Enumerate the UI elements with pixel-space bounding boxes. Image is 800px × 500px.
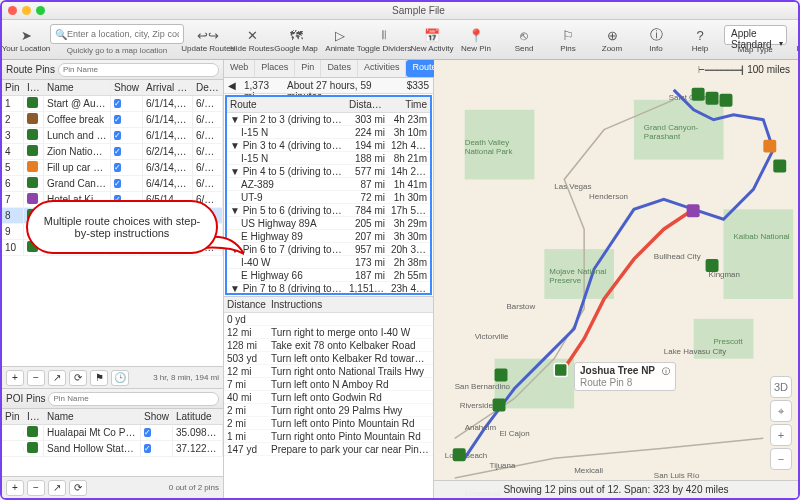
your-location-button[interactable]: ➤Your Location <box>6 24 46 55</box>
location-search-input[interactable] <box>67 29 179 39</box>
svg-text:Grand Canyon-: Grand Canyon- <box>644 123 699 132</box>
tab-web[interactable]: Web <box>224 60 255 77</box>
google-map-button[interactable]: 🗺Google Map <box>276 24 316 55</box>
new-activity-button[interactable]: 📅New Activity <box>412 24 452 55</box>
route-pin-row[interactable]: 2Coffee break✓6/1/14, …6/1… <box>2 112 223 128</box>
flag-button[interactable]: ⚑ <box>90 370 108 386</box>
direction-row[interactable]: 503 ydTurn left onto Kelbaker Rd toward … <box>224 352 433 365</box>
tab-activities[interactable]: Activities <box>358 60 407 77</box>
direction-row[interactable]: 128 miTake exit 78 onto Kelbaker Road <box>224 339 433 352</box>
svg-text:Barstow: Barstow <box>507 302 536 311</box>
route-pin-row[interactable]: 1Start @ Aunt Mary's…✓6/1/14, …6/1… <box>2 96 223 112</box>
svg-text:Kaibab National: Kaibab National <box>733 232 789 241</box>
poi-pin-row[interactable]: Hualapai Mt Co Park✓35.098… <box>2 425 223 441</box>
poi-pin-row[interactable]: Sand Hollow State Park - …✓37.1226… <box>2 441 223 457</box>
svg-text:Tijuana: Tijuana <box>490 461 516 470</box>
window-title: Sample File <box>45 5 792 16</box>
annotation-callout: Multiple route choices with step-by-step… <box>26 200 218 254</box>
animate-button[interactable]: ▷Animate <box>320 24 360 55</box>
map-controls: 3D ⌖ + − <box>770 376 792 470</box>
direction-row[interactable]: 2 miTurn right onto 29 Palms Hwy <box>224 404 433 417</box>
new-pin-button[interactable]: 📍New Pin <box>456 24 496 55</box>
route-pins-search[interactable] <box>58 63 219 77</box>
direction-row[interactable]: 7 miTurn left onto N Amboy Rd <box>224 378 433 391</box>
route-pin-row[interactable]: 5Fill up car with fuel;…✓6/3/14, …6/3… <box>2 160 223 176</box>
itinerary-button[interactable]: 📋Itinerary <box>791 24 800 55</box>
map-panel[interactable]: Las Vegas Henderson Saint George Victorv… <box>434 60 798 498</box>
toolbar: ➤Your Location 🔍 Quickly go to a map loc… <box>2 20 798 60</box>
map-zoom-out-button[interactable]: − <box>770 448 792 470</box>
info-button[interactable]: ⓘInfo <box>636 24 676 55</box>
columns-icon: ⫴ <box>374 26 394 44</box>
poi-pins-search[interactable] <box>48 392 219 406</box>
map-zoom-in-button[interactable]: + <box>770 424 792 446</box>
svg-text:Riverside: Riverside <box>460 401 494 410</box>
remove-poi-button[interactable]: − <box>27 480 45 496</box>
send-button[interactable]: ⎋Send <box>504 24 544 55</box>
update-routes-button[interactable]: ↩↪Update Routes <box>188 24 228 55</box>
directions-table[interactable]: 0 yd12 miTurn right to merge onto I-40 W… <box>224 313 433 456</box>
help-button[interactable]: ?Help <box>680 24 720 55</box>
route-pins-status: 3 hr, 8 min, 194 mi <box>132 373 219 382</box>
direction-row[interactable]: 1 miTurn right onto Pinto Mountain Rd <box>224 430 433 443</box>
svg-rect-37 <box>706 259 719 272</box>
poi-pins-table[interactable]: Hualapai Mt Co Park✓35.098…Sand Hollow S… <box>2 425 223 476</box>
direction-row[interactable]: 147 ydPrepare to park your car near Pint… <box>224 443 433 456</box>
svg-rect-4 <box>724 209 794 299</box>
direction-row[interactable]: 12 miTurn right to merge onto I-40 W <box>224 326 433 339</box>
poi-refresh-button[interactable]: ⟳ <box>69 480 87 496</box>
svg-text:San Luis Río: San Luis Río <box>654 471 700 480</box>
play-icon: ▷ <box>330 26 350 44</box>
window-controls[interactable] <box>8 6 45 15</box>
map-type-select[interactable]: Apple Standard <box>724 25 787 45</box>
poi-route-button[interactable]: ↗ <box>48 480 66 496</box>
route-pins-header: Route Pins <box>2 60 223 80</box>
routes-tabs[interactable]: WebPlacesPinDatesActivitiesRoutes <box>224 60 433 78</box>
direction-row[interactable]: 2 miTurn left onto Pinto Mountain Rd <box>224 417 433 430</box>
zoom-button[interactable]: ⊕Zoom <box>592 24 632 55</box>
add-pin-button[interactable]: + <box>6 370 24 386</box>
svg-rect-38 <box>554 364 567 377</box>
routes-table[interactable]: ▼ Pin 2 to 3 (driving to Lunch and some … <box>227 113 430 295</box>
map-3d-button[interactable]: 3D <box>770 376 792 398</box>
svg-text:Lake Havasu City: Lake Havasu City <box>664 347 726 356</box>
loop-icon: ↩↪ <box>198 26 218 44</box>
tab-dates[interactable]: Dates <box>321 60 358 77</box>
map-locate-button[interactable]: ⌖ <box>770 400 792 422</box>
pins-button[interactable]: ⚐Pins <box>548 24 588 55</box>
route-pin-row[interactable]: 4Zion National Park✓6/2/14, …6/3… <box>2 144 223 160</box>
hide-routes-button[interactable]: ✕Hide Routes <box>232 24 272 55</box>
selected-pin-label[interactable]: Joshua Tree NP ⓘRoute Pin 8 <box>574 362 676 391</box>
left-sidebar: Route Pins PinIconNameShowArrival Da…De…… <box>2 60 224 498</box>
svg-text:Las Vegas: Las Vegas <box>554 182 591 191</box>
svg-text:El Cajon: El Cajon <box>500 429 530 438</box>
direction-row[interactable]: 12 miTurn right onto National Trails Hwy <box>224 365 433 378</box>
clock-button[interactable]: 🕒 <box>111 370 129 386</box>
toggle-dividers-button[interactable]: ⫴Toggle Dividers <box>364 24 404 55</box>
location-search[interactable]: 🔍 <box>50 24 184 44</box>
svg-rect-36 <box>687 204 700 217</box>
refresh-pin-button[interactable]: ⟳ <box>69 370 87 386</box>
svg-rect-40 <box>453 448 466 461</box>
route-pin-row[interactable]: 6Grand Canyon!✓6/4/14, …6/5… <box>2 176 223 192</box>
route-row[interactable]: ▼ Pin 7 to 8 (driving to Joshua Tree NP)… <box>227 282 430 295</box>
add-poi-button[interactable]: + <box>6 480 24 496</box>
svg-text:Parashant: Parashant <box>644 132 681 141</box>
info-icon: ⓘ <box>646 26 666 44</box>
zoom-icon: ⊕ <box>602 26 622 44</box>
calendar-icon: 📅 <box>422 26 442 44</box>
tab-pin[interactable]: Pin <box>295 60 321 77</box>
x-icon: ✕ <box>242 26 262 44</box>
svg-text:Anaheim: Anaheim <box>465 423 497 432</box>
remove-pin-button[interactable]: − <box>27 370 45 386</box>
svg-text:Bullhead City: Bullhead City <box>654 252 701 261</box>
map-scale: ⊢━━━━━━━┫ 100 miles <box>698 64 790 75</box>
help-icon: ? <box>690 26 710 44</box>
svg-rect-39 <box>493 398 506 411</box>
route-tool-button[interactable]: ↗ <box>48 370 66 386</box>
svg-rect-33 <box>720 94 733 107</box>
tab-places[interactable]: Places <box>255 60 295 77</box>
direction-row[interactable]: 40 miTurn left onto Godwin Rd <box>224 391 433 404</box>
direction-row[interactable]: 0 yd <box>224 313 433 326</box>
route-pin-row[interactable]: 3Lunch and some ga…✓6/1/14, …6/2… <box>2 128 223 144</box>
